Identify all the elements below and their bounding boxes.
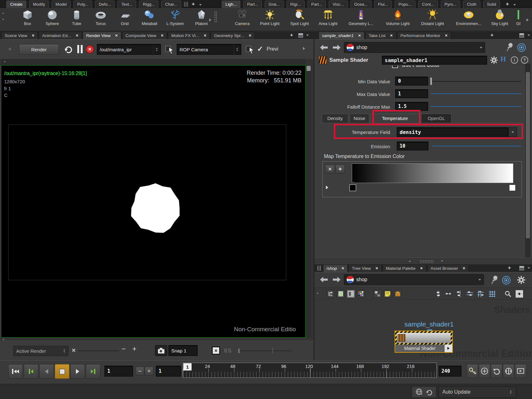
help-icon[interactable]: ? [521, 56, 528, 64]
tool-volume-light[interactable]: Volume Light [383, 9, 413, 26]
prev-keyframe-button[interactable] [24, 364, 38, 379]
close-icon[interactable]: ✕ [445, 34, 448, 38]
ramp-delete-button[interactable]: ✕ [325, 165, 335, 174]
range-end-field[interactable]: 240 [439, 366, 461, 377]
detail-view-icon[interactable] [347, 290, 355, 298]
tool-sphere[interactable]: Sphere [39, 9, 66, 26]
tab-cloth[interactable]: Cloth [463, 1, 480, 8]
zoom-out-button[interactable]: − [122, 345, 126, 353]
rop-path-select[interactable]: /out/mantra_ipr [97, 44, 161, 55]
snapshot-frame-field[interactable]: Snap 1 [168, 345, 198, 356]
gear-icon[interactable] [516, 275, 526, 285]
node-expand-button[interactable] [445, 345, 452, 352]
stop-playback-button[interactable] [55, 364, 69, 379]
tool-distant-light[interactable]: Distant Light [417, 9, 448, 26]
tab-rigid[interactable]: Rigi... [287, 1, 305, 8]
viewport-scrollbar-thumb[interactable] [307, 66, 311, 71]
toolbar-overflow-icon[interactable] [303, 47, 305, 50]
nav-forward-icon[interactable] [331, 276, 341, 284]
render-mode-select[interactable]: Active Render [13, 346, 68, 356]
region-opacity-slider[interactable] [238, 351, 291, 351]
play-forward-button[interactable] [70, 364, 85, 379]
playback-start-field[interactable]: 1 [156, 366, 181, 377]
preview-checkbox[interactable]: ✓ [257, 45, 263, 53]
search-icon[interactable] [504, 290, 512, 298]
tool-area-light[interactable]: Area Light [313, 9, 343, 26]
node-name-label[interactable]: sample_shader1 [393, 320, 466, 328]
tool-lsystem[interactable]: L-System [162, 9, 188, 26]
gamma-slider[interactable] [79, 351, 119, 351]
tab-poly[interactable]: Poly... [73, 1, 92, 8]
pane-menu-chevron-icon[interactable] [528, 267, 530, 269]
chevron-down-icon[interactable] [478, 279, 481, 281]
tab-motion-fx-view[interactable]: Motion FX Vi...✕ [168, 32, 210, 39]
close-icon[interactable]: ✕ [32, 34, 35, 38]
viewport-menu-chevron-icon[interactable] [4, 61, 6, 63]
zoom-in-button[interactable]: + [132, 345, 136, 353]
shelf-overflow-arrow-icon-2[interactable] [527, 18, 529, 22]
tab-composite-view[interactable]: Composite View✕ [122, 32, 167, 39]
max-data-value-field[interactable]: 1 [395, 89, 428, 98]
viewport-scrollbar[interactable] [306, 65, 311, 338]
refresh-icon[interactable] [63, 44, 73, 54]
choose-camera-icon[interactable] [245, 44, 255, 54]
add-pane-tab-button[interactable]: + [508, 265, 511, 271]
stepper-icon[interactable] [61, 346, 66, 356]
tab-animation-editor[interactable]: Animation Ed...✕ [39, 32, 82, 39]
tab-render-view[interactable]: Render View✕ [83, 32, 121, 39]
close-icon[interactable]: ✕ [249, 34, 251, 38]
ramp-key-black[interactable] [349, 184, 356, 191]
frame-ruler[interactable]: 24 48 72 96 120 144 168 192 216 1 [183, 363, 437, 378]
network-canvas[interactable]: Shaders Non-Commercial Edition sample_sh… [314, 300, 532, 360]
shelf-divider-grip[interactable] [214, 11, 217, 22]
tab-tree-view[interactable]: Tree View✕ [348, 264, 382, 272]
play-reverse-button[interactable] [39, 364, 54, 379]
render-button[interactable]: Render [19, 44, 59, 55]
update-mode-select[interactable]: Auto Update [438, 386, 516, 398]
align-horizontal-icon[interactable] [444, 290, 453, 298]
tool-torus[interactable]: Torus [87, 9, 114, 26]
color-palette-icon[interactable] [357, 290, 365, 298]
stepper-icon[interactable] [234, 44, 238, 54]
tab-containers[interactable]: Cont... [418, 1, 438, 8]
tab-viscous[interactable]: Visc... [329, 1, 347, 8]
ramp-key-white[interactable] [509, 184, 516, 191]
layout-nodes-icon[interactable] [373, 290, 382, 298]
tab-create[interactable]: Create [6, 1, 26, 8]
min-data-value-field[interactable]: 0 [395, 77, 428, 86]
tool-environment-light[interactable]: Environmen... [453, 9, 484, 26]
toolbar-scroll-icon[interactable] [317, 293, 319, 294]
close-icon[interactable]: ✕ [115, 34, 118, 38]
tab-asset-browser[interactable]: Asset Browser✕ [427, 264, 469, 272]
region-toggle[interactable]: ✕ [211, 345, 221, 356]
tab-shop-network[interactable]: /shop✕ [323, 264, 348, 272]
tab-particlefluids[interactable]: Part... [307, 1, 326, 8]
shelf-overflow-arrow-icon[interactable] [209, 18, 211, 22]
add-pane-tab-button[interactable]: + [491, 32, 493, 38]
stop-render-icon[interactable]: ✕ [86, 45, 94, 54]
ramp-key-pointer-right[interactable] [509, 181, 512, 183]
tab-material-palette[interactable]: Material Palette✕ [383, 264, 427, 272]
tab-geometry-spreadsheet[interactable]: Geometry Spr...✕ [211, 32, 255, 39]
choose-rop-icon[interactable] [165, 44, 175, 54]
visibility-eye-icon[interactable] [515, 290, 523, 298]
viewport-scroll-up-icon[interactable] [3, 339, 4, 340]
realtime-toggle-button[interactable] [479, 364, 490, 378]
stepper-icon[interactable] [153, 44, 158, 54]
tool-tube[interactable]: Tube [63, 9, 90, 26]
range-minus-button[interactable]: − [136, 367, 144, 376]
split-down-icon[interactable] [441, 261, 443, 262]
max-data-value-slider[interactable] [431, 93, 521, 94]
shelf-menu-chevron-icon[interactable] [199, 4, 202, 6]
link-target-icon[interactable] [502, 276, 511, 285]
pin-icon[interactable] [505, 42, 514, 52]
pane-menu-chevron-icon[interactable] [306, 35, 309, 36]
tab-sample-shader1[interactable]: sample_shader1✕ [319, 32, 364, 39]
ramp-expand-icon[interactable] [326, 186, 328, 189]
tool-box[interactable]: Box [14, 9, 41, 26]
shader-node[interactable]: Material Shader [395, 331, 453, 353]
align-vertical-icon[interactable] [434, 290, 442, 298]
tab-fluids[interactable]: Flui... [374, 1, 392, 8]
sticky-note-icon[interactable] [383, 290, 392, 298]
tool-platonic[interactable]: Platoni [189, 9, 213, 26]
